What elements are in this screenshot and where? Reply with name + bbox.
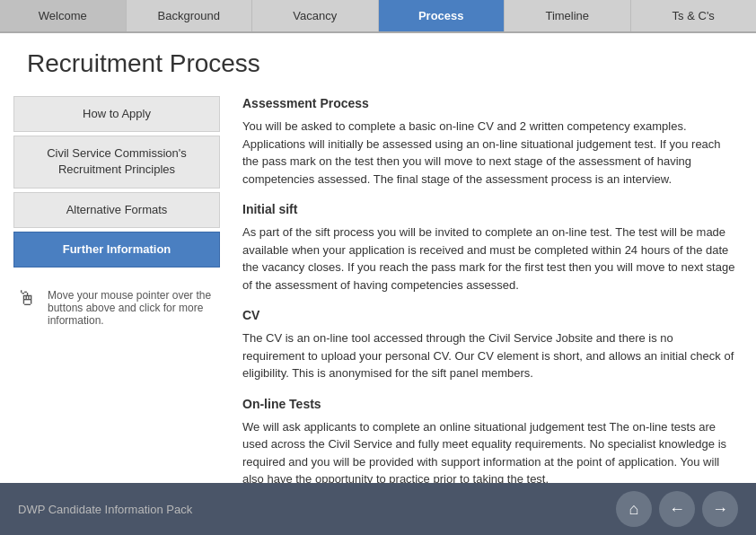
tab-background[interactable]: Background	[127, 0, 253, 31]
tab-process[interactable]: Process	[379, 0, 505, 31]
cv-text: The CV is an on-line tool accessed throu…	[242, 329, 738, 382]
sidebar-item-civil-service[interactable]: Civil Service Commission's Recruitment P…	[13, 136, 220, 188]
cv-heading: CV	[242, 308, 738, 322]
back-button[interactable]: ←	[659, 491, 695, 527]
initial-sift-text: As part of the sift process you will be …	[242, 224, 738, 294]
forward-button[interactable]: →	[702, 491, 738, 527]
assessment-text: You will be asked to complete a basic on…	[242, 118, 738, 188]
home-button[interactable]: ⌂	[616, 491, 652, 527]
sidebar-item-how-to-apply[interactable]: How to Apply	[13, 96, 220, 132]
sidebar-hint-text: Move your mouse pointer over the buttons…	[48, 289, 216, 327]
sidebar-item-further-information[interactable]: Further Information	[13, 232, 220, 268]
tab-vacancy[interactable]: Vacancy	[252, 0, 379, 31]
tab-timeline[interactable]: Timeline	[505, 0, 631, 31]
tab-ts-and-cs[interactable]: Ts & C's	[631, 0, 757, 31]
page-title-bar: Recruitment Process	[0, 33, 756, 87]
page-title: Recruitment Process	[27, 49, 738, 78]
initial-sift-heading: Initial sift	[242, 202, 738, 216]
tab-welcome[interactable]: Welcome	[0, 0, 127, 31]
main-content: Recruitment Process How to Apply Civil S…	[0, 33, 756, 483]
mouse-icon: 🖱	[17, 289, 39, 309]
sidebar: How to Apply Civil Service Commission's …	[0, 87, 233, 483]
page-wrapper: Recruitment Process How to Apply Civil S…	[0, 33, 756, 483]
sidebar-hint: 🖱 Move your mouse pointer over the butto…	[13, 278, 220, 338]
sidebar-item-alternative-formats[interactable]: Alternative Formats	[13, 192, 220, 228]
right-content: Assessment Process You will be asked to …	[233, 87, 756, 483]
footer-navigation: ⌂ ← →	[616, 491, 738, 527]
footer: DWP Candidate Information Pack ⌂ ← →	[0, 483, 756, 535]
assessment-heading: Assessment Process	[242, 96, 738, 110]
online-tests-text1: We will ask applicants to complete an on…	[242, 418, 738, 484]
online-tests-heading: On-line Tests	[242, 397, 738, 411]
top-navigation: Welcome Background Vacancy Process Timel…	[0, 0, 756, 33]
content-area: How to Apply Civil Service Commission's …	[0, 87, 756, 483]
footer-label: DWP Candidate Information Pack	[18, 503, 192, 516]
